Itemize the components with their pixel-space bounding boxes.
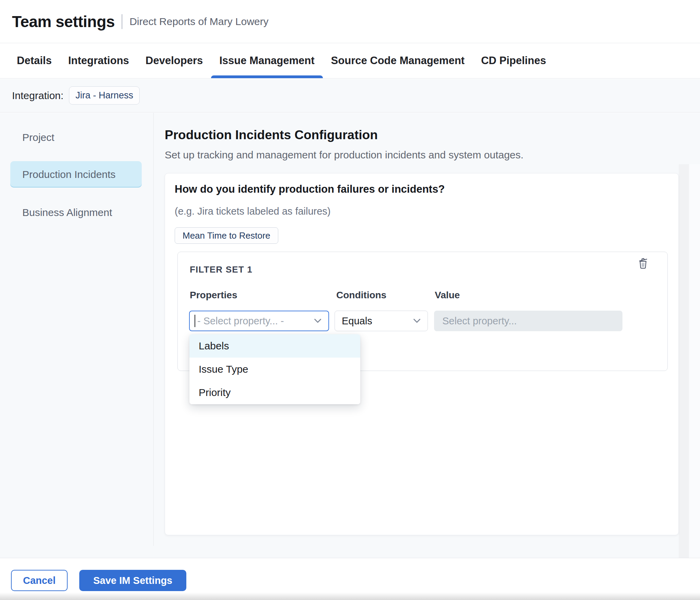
tab-details[interactable]: Details xyxy=(9,43,60,78)
dropdown-option-issue-type[interactable]: Issue Type xyxy=(189,358,360,381)
properties-dropdown-menu: Labels Issue Type Priority xyxy=(189,334,360,404)
tab-issue-management[interactable]: Issue Management xyxy=(211,43,323,78)
settings-sidebar: Project Production Incidents Business Al… xyxy=(0,113,154,558)
section-title: Production Incidents Configuration xyxy=(165,128,378,142)
scrollbar-gutter[interactable] xyxy=(679,164,689,558)
chevron-down-icon xyxy=(413,319,421,323)
save-im-settings-button[interactable]: Save IM Settings xyxy=(79,570,186,591)
identify-incidents-hint: (e.g. Jira tickets labeled as failures) xyxy=(175,206,331,217)
sidebar-item-production-incidents[interactable]: Production Incidents xyxy=(10,161,142,188)
page-title: Team settings xyxy=(12,12,115,31)
integration-label: Integration: xyxy=(12,90,63,101)
page-header: Team settings Direct Reports of Mary Low… xyxy=(0,0,700,43)
settings-footer: Cancel Save IM Settings xyxy=(0,558,700,600)
trash-icon xyxy=(637,256,649,270)
settings-tabbar: Details Integrations Developers Issue Ma… xyxy=(0,43,700,79)
properties-column-label: Properties xyxy=(190,290,237,301)
body-region: Project Production Incidents Business Al… xyxy=(0,113,700,558)
properties-select-placeholder: - Select property... - xyxy=(197,315,284,327)
integration-row: Integration: Jira - Harness xyxy=(0,79,700,112)
conditions-select[interactable]: Equals xyxy=(335,311,428,331)
team-scope-subtitle: Direct Reports of Mary Lowery xyxy=(129,16,268,27)
value-input[interactable] xyxy=(434,311,622,331)
tab-integrations[interactable]: Integrations xyxy=(60,43,137,78)
conditions-column-label: Conditions xyxy=(336,290,386,301)
mean-time-to-restore-chip[interactable]: Mean Time to Restore xyxy=(175,227,278,244)
dropdown-option-priority[interactable]: Priority xyxy=(189,381,360,404)
integration-chip[interactable]: Jira - Harness xyxy=(69,86,140,105)
content-right-edge xyxy=(689,164,700,558)
sidebar-item-business-alignment[interactable]: Business Alignment xyxy=(10,199,142,226)
text-cursor xyxy=(195,315,195,327)
properties-select[interactable]: - Select property... - xyxy=(189,311,329,331)
incidents-config-card: How do you identify production failures … xyxy=(165,173,679,535)
main-content: Production Incidents Configuration Set u… xyxy=(154,113,700,558)
tab-developers[interactable]: Developers xyxy=(137,43,211,78)
chevron-down-icon xyxy=(314,319,322,323)
filter-set-title: FILTER SET 1 xyxy=(190,264,253,275)
identify-incidents-question: How do you identify production failures … xyxy=(175,183,445,195)
section-subtitle: Set up tracking and management for produ… xyxy=(165,149,524,161)
value-column-label: Value xyxy=(435,290,460,301)
sidebar-item-project[interactable]: Project xyxy=(10,124,142,151)
cancel-button[interactable]: Cancel xyxy=(11,570,68,591)
delete-filter-button[interactable] xyxy=(636,256,650,270)
conditions-select-value: Equals xyxy=(342,315,372,327)
title-divider xyxy=(121,14,122,29)
tab-source-code-management[interactable]: Source Code Management xyxy=(323,43,473,78)
tab-cd-pipelines[interactable]: CD Pipelines xyxy=(473,43,555,78)
dropdown-option-labels[interactable]: Labels xyxy=(189,334,360,358)
